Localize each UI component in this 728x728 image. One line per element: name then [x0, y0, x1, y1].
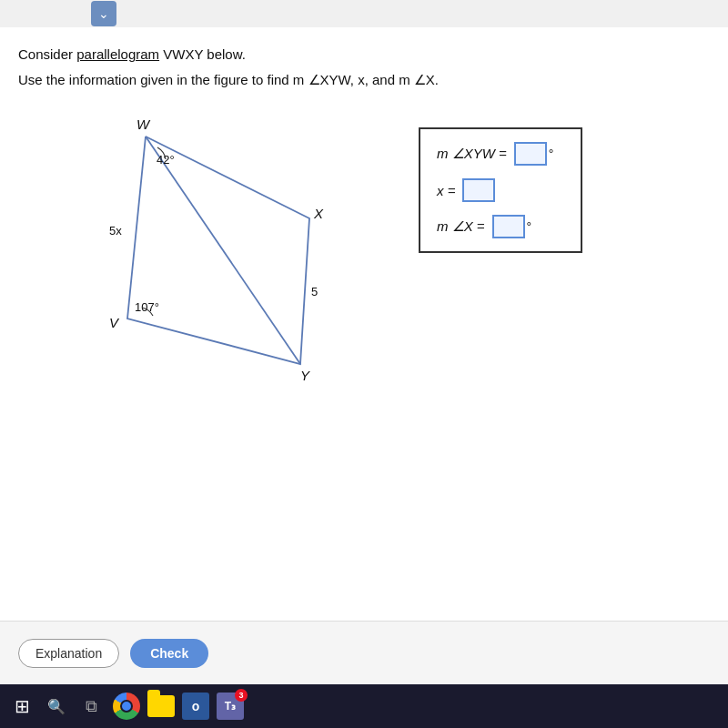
problem-line1: Consider parallelogram VWXY below.	[18, 44, 710, 66]
angle-XYW-label: m ∠XYW =	[437, 146, 507, 162]
teams-icon[interactable]: T₃ 3	[217, 693, 244, 720]
explanation-button[interactable]: Explanation	[18, 639, 119, 668]
side-WV-label: 5x	[109, 224, 122, 238]
diagram-container: W X Y V 42° 107° 5x 5	[18, 100, 400, 428]
problem-suffix: VWXY below.	[159, 46, 246, 62]
vertex-W-label: W	[136, 116, 151, 132]
angle-X-input[interactable]	[492, 215, 525, 238]
answer-row-2: x =	[437, 178, 564, 202]
degree-1: °	[549, 147, 554, 161]
angle-XYW-input[interactable]	[514, 142, 547, 166]
search-icon[interactable]: 🔍	[44, 693, 69, 719]
figure-area: W X Y V 42° 107° 5x 5	[18, 100, 710, 428]
answer-row-1: m ∠XYW = °	[437, 142, 564, 166]
bottom-bar: Explanation Check	[0, 621, 728, 684]
taskbar: ⊞ 🔍 ⧉ o T₃ 3	[0, 684, 728, 728]
degree-3: °	[527, 219, 532, 234]
top-bar: ⌄	[0, 0, 728, 27]
answer-box: m ∠XYW = ° x = m ∠X = °	[419, 127, 582, 253]
parallelogram-word: parallelogram	[76, 46, 159, 62]
chrome-icon[interactable]	[113, 693, 140, 720]
angle-X-label: m ∠X =	[437, 218, 485, 235]
chevron-down-icon[interactable]: ⌄	[91, 1, 116, 26]
side-XY-label: 5	[311, 285, 318, 298]
vertex-Y-label: Y	[300, 368, 310, 383]
problem-prefix: Consider	[18, 46, 76, 62]
x-input[interactable]	[462, 178, 495, 202]
parallelogram-shape	[127, 136, 309, 364]
vertex-X-label: X	[313, 206, 324, 221]
windows-icon[interactable]: ⊞	[7, 692, 36, 721]
folder-icon[interactable]	[147, 695, 175, 717]
check-button[interactable]: Check	[130, 639, 208, 668]
main-content: Consider parallelogram VWXY below. Use t…	[0, 27, 728, 621]
screen: ⌄ Consider parallelogram VWXY below. Use…	[0, 0, 728, 728]
problem-line2: Use the information given in the figure …	[18, 69, 710, 91]
word-icon[interactable]: o	[182, 693, 209, 720]
task-view-icon[interactable]: ⧉	[76, 692, 106, 721]
vertex-V-label: V	[109, 315, 120, 330]
angle-W-label: 42°	[157, 153, 175, 167]
answer-row-3: m ∠X = °	[437, 215, 564, 238]
parallelogram-diagram: W X Y V 42° 107° 5x 5	[18, 100, 400, 428]
x-label: x =	[437, 183, 455, 198]
teams-badge: 3	[235, 689, 248, 702]
angle-V-label: 107°	[135, 300, 159, 314]
